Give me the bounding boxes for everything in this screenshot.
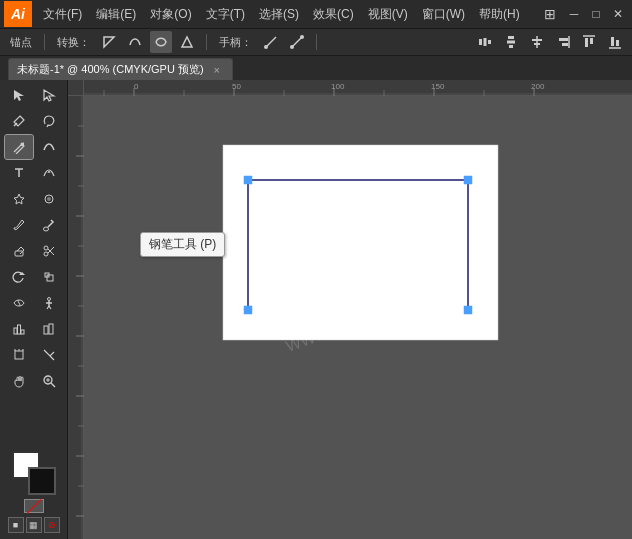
eraser-button[interactable]	[5, 239, 33, 263]
star-tool-button[interactable]	[5, 187, 33, 211]
close-button[interactable]: ✕	[608, 4, 628, 24]
align-top-icon[interactable]	[578, 31, 600, 53]
asymmetric-tool-icon[interactable]	[176, 31, 198, 53]
separator-1	[44, 34, 45, 50]
svg-rect-8	[488, 40, 491, 44]
corner-tool-icon[interactable]	[98, 31, 120, 53]
scissors-button[interactable]	[35, 239, 63, 263]
maximize-button[interactable]: □	[586, 4, 606, 24]
minimize-button[interactable]: ─	[564, 4, 584, 24]
svg-text:150: 150	[431, 82, 445, 91]
scale-button[interactable]	[35, 265, 63, 289]
rotate-button[interactable]	[5, 265, 33, 289]
zoom-tool-button[interactable]	[35, 369, 63, 393]
distribute-v-icon[interactable]	[500, 31, 522, 53]
tool-row-navigate	[2, 369, 65, 393]
no-paint-icon[interactable]: ⊘	[44, 517, 60, 533]
none-icon[interactable]	[24, 499, 44, 513]
type-tool-button[interactable]	[5, 161, 33, 185]
watermark-line2: WWW.RJZXW.COM	[282, 285, 427, 359]
blob-brush-button[interactable]	[35, 213, 63, 237]
flare-tool-button[interactable]	[35, 187, 63, 211]
svg-rect-16	[559, 38, 568, 41]
align-bottom-icon[interactable]	[604, 31, 626, 53]
color-mode-icon[interactable]: ■	[8, 517, 24, 533]
menu-help[interactable]: 帮助(H)	[472, 2, 527, 27]
svg-rect-85	[464, 176, 472, 184]
type-on-path-button[interactable]	[35, 161, 63, 185]
control-bar: 锚点 转换： 手柄：	[0, 28, 632, 56]
svg-rect-39	[14, 328, 17, 334]
menu-window[interactable]: 窗口(W)	[415, 2, 472, 27]
menu-edit[interactable]: 编辑(E)	[89, 2, 143, 27]
direct-selection-tool-button[interactable]	[35, 83, 63, 107]
artboard-button[interactable]	[5, 343, 33, 367]
main-area: ■ ▦ ⊘ 0 50 100	[0, 80, 632, 539]
canvas-area[interactable]: 0 50 100 150 200	[68, 80, 632, 539]
stroke-box[interactable]	[28, 467, 56, 495]
column-graph-button[interactable]	[35, 317, 63, 341]
puppet-warp-button[interactable]	[35, 291, 63, 315]
svg-point-38	[47, 298, 50, 301]
align-right-icon[interactable]	[552, 31, 574, 53]
svg-rect-87	[464, 306, 472, 314]
selection-tool-button[interactable]	[5, 83, 33, 107]
svg-line-49	[51, 383, 55, 387]
distribute-h-icon[interactable]	[474, 31, 496, 53]
svg-point-2	[264, 45, 268, 49]
tool-row-shape	[2, 187, 65, 211]
tool-row-eraser	[2, 239, 65, 263]
menu-text[interactable]: 文字(T)	[199, 2, 252, 27]
tab-bar: 未标题-1* @ 400% (CMYK/GPU 预览) ×	[0, 56, 632, 80]
window-controls: ⊞ ─ □ ✕	[538, 4, 628, 24]
svg-line-24	[14, 123, 17, 126]
svg-rect-6	[479, 39, 482, 45]
svg-rect-23	[616, 40, 619, 46]
menu-file[interactable]: 文件(F)	[36, 2, 89, 27]
menu-object[interactable]: 对象(O)	[143, 2, 198, 27]
tool-row-2	[2, 109, 65, 133]
ai-logo: Ai	[4, 1, 32, 27]
svg-line-3	[292, 37, 302, 47]
gradient-icon[interactable]: ▦	[26, 517, 42, 533]
svg-marker-0	[182, 37, 192, 47]
svg-rect-17	[562, 43, 568, 46]
svg-rect-83	[223, 145, 498, 340]
handle-icon-2[interactable]	[286, 31, 308, 53]
menu-select[interactable]: 选择(S)	[252, 2, 306, 27]
ruler-top: 0 50 100 150 200	[84, 80, 632, 96]
pen-tool-button[interactable]	[5, 135, 33, 159]
smooth-tool-icon[interactable]	[124, 31, 146, 53]
symmetric-tool-icon[interactable]	[150, 31, 172, 53]
warp-button[interactable]	[5, 291, 33, 315]
graph-button[interactable]	[5, 317, 33, 341]
tool-row-artboard	[2, 343, 65, 367]
slice-button[interactable]	[35, 343, 63, 367]
tool-row-brush	[2, 213, 65, 237]
svg-rect-9	[508, 36, 514, 39]
lasso-button[interactable]	[35, 109, 63, 133]
curvature-tool-button[interactable]	[35, 135, 63, 159]
hand-tool-button[interactable]	[5, 369, 33, 393]
document-tab[interactable]: 未标题-1* @ 400% (CMYK/GPU 预览) ×	[8, 58, 233, 80]
svg-rect-44	[15, 351, 23, 359]
svg-rect-41	[21, 330, 24, 334]
tab-title: 未标题-1* @ 400% (CMYK/GPU 预览)	[17, 62, 204, 77]
svg-rect-19	[585, 38, 588, 47]
tool-row-graph	[2, 317, 65, 341]
svg-rect-42	[44, 326, 48, 334]
menu-effect[interactable]: 效果(C)	[306, 2, 361, 27]
tab-close-button[interactable]: ×	[210, 63, 224, 77]
paintbrush-button[interactable]	[5, 213, 33, 237]
align-icon[interactable]	[526, 31, 548, 53]
svg-marker-26	[14, 194, 24, 204]
menu-view[interactable]: 视图(V)	[361, 2, 415, 27]
handle-icon-1[interactable]	[260, 31, 282, 53]
stroke-fill-selector[interactable]	[12, 451, 56, 495]
magic-wand-button[interactable]	[5, 109, 33, 133]
tooltip-text: 钢笔工具 (P)	[149, 237, 216, 251]
separator-3	[316, 34, 317, 50]
tool-row-pen	[2, 135, 65, 159]
svg-rect-20	[590, 38, 593, 44]
svg-text:100: 100	[331, 82, 345, 91]
